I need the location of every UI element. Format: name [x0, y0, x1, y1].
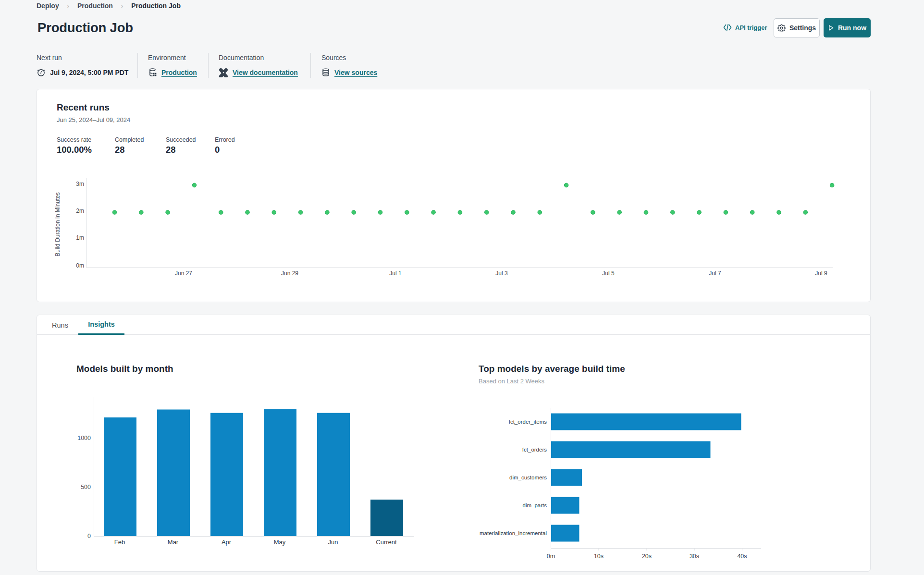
svg-text:Jun 27: Jun 27	[175, 270, 192, 277]
svg-text:Jul 3: Jul 3	[495, 270, 508, 277]
svg-text:1m: 1m	[76, 234, 84, 241]
svg-text:Jun: Jun	[328, 538, 338, 546]
svg-text:Jul 5: Jul 5	[602, 270, 615, 277]
svg-text:Mar: Mar	[168, 538, 179, 546]
svg-text:Feb: Feb	[114, 538, 125, 546]
svg-text:Jul 1: Jul 1	[389, 270, 402, 277]
svg-text:1000: 1000	[77, 435, 91, 441]
svg-text:Apr: Apr	[222, 538, 232, 546]
svg-text:30s: 30s	[690, 553, 699, 560]
svg-text:Current: Current	[376, 538, 397, 546]
svg-text:materialization_incremental: materialization_incremental	[480, 530, 547, 536]
svg-text:2m: 2m	[76, 208, 84, 214]
svg-text:3m: 3m	[76, 181, 84, 187]
svg-text:0: 0	[87, 533, 91, 539]
svg-text:0m: 0m	[76, 262, 84, 269]
svg-text:fct_orders: fct_orders	[522, 447, 547, 453]
svg-text:0m: 0m	[547, 553, 555, 560]
svg-text:dim_customers: dim_customers	[509, 475, 547, 480]
svg-text:500: 500	[81, 484, 91, 490]
svg-text:10s: 10s	[594, 553, 604, 560]
svg-text:dim_parts: dim_parts	[523, 502, 547, 508]
svg-text:40s: 40s	[737, 553, 747, 560]
svg-text:Jun 29: Jun 29	[281, 270, 298, 277]
svg-text:Jul 9: Jul 9	[815, 270, 827, 277]
svg-text:May: May	[274, 538, 286, 546]
svg-text:fct_order_items: fct_order_items	[509, 419, 547, 425]
svg-text:Jul 7: Jul 7	[709, 270, 721, 277]
svg-text:20s: 20s	[642, 553, 652, 560]
svg-text:Build Duration in Minutes: Build Duration in Minutes	[54, 192, 61, 256]
